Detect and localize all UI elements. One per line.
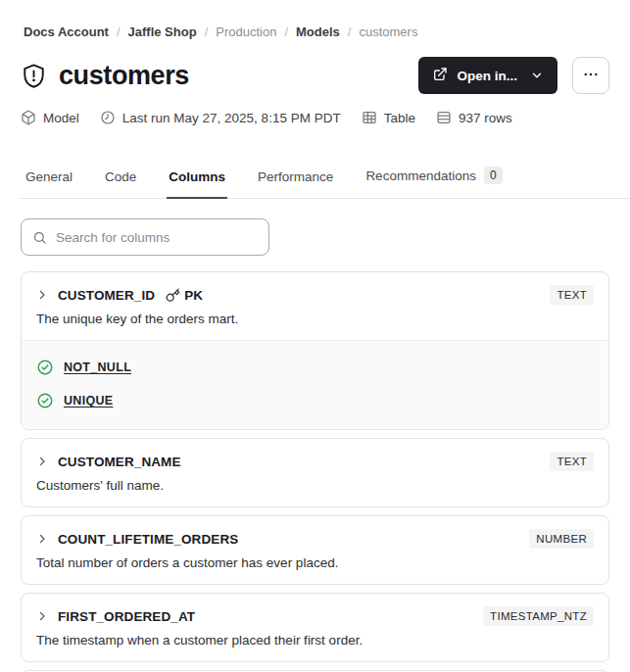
chevron-right-icon[interactable] — [36, 533, 48, 545]
breadcrumb-item-docs-account[interactable]: Docs Account — [24, 24, 109, 39]
column-description: Customers' full name. — [22, 475, 608, 506]
title-row: customers Open in... — [21, 57, 609, 94]
column-type-badge: TEXT — [550, 285, 594, 305]
search-box — [21, 218, 269, 256]
page-title: customers — [59, 61, 189, 91]
chevron-right-icon[interactable] — [36, 456, 48, 467]
external-link-icon — [432, 67, 448, 85]
breadcrumb-separator: / — [205, 24, 209, 39]
shield-exclamation-icon — [21, 63, 47, 89]
test-label[interactable]: UNIQUE — [64, 394, 113, 408]
tab-columns[interactable]: Columns — [167, 169, 227, 199]
column-card-count-lifetime-orders: COUNT_LIFETIME_ORDERS NUMBER Total numbe… — [21, 515, 609, 585]
columns-list: CUSTOMER_ID PK TEXT The unique key of th… — [21, 271, 609, 672]
meta-label: 937 rows — [459, 111, 512, 125]
meta-label: Table — [384, 111, 415, 125]
column-card-header[interactable]: COUNT_LIFETIME_ORDERS NUMBER — [22, 516, 608, 552]
primary-key-label: PK — [184, 288, 203, 303]
tab-label: Recommendations — [365, 168, 476, 183]
more-actions-button[interactable] — [572, 57, 609, 94]
breadcrumb-item-jaffle-shop[interactable]: Jaffle Shop — [128, 24, 197, 39]
column-type-badge: TEXT — [550, 452, 594, 471]
meta-last-run: Last run May 27, 2025, 8:15 PM PDT — [100, 110, 341, 125]
search-icon — [32, 230, 47, 245]
tab-performance[interactable]: Performance — [256, 169, 335, 199]
table-icon — [362, 110, 377, 125]
chevron-down-icon — [530, 69, 544, 82]
column-card-customer-id: CUSTOMER_ID PK TEXT The unique key of th… — [21, 271, 609, 430]
column-type-badge: NUMBER — [529, 529, 594, 549]
open-in-label: Open in... — [457, 69, 517, 83]
breadcrumb-item-production[interactable]: Production — [216, 24, 276, 39]
tab-general[interactable]: General — [24, 169, 74, 199]
column-card-first-ordered-at: FIRST_ORDERED_AT TIMESTAMP_NTZ The times… — [21, 593, 609, 662]
meta-materialization: Table — [362, 110, 415, 125]
meta-label: Last run May 27, 2025, 8:15 PM PDT — [122, 111, 341, 125]
column-description: The unique key of the orders mart. — [22, 309, 608, 340]
breadcrumb: Docs Account / Jaffle Shop / Production … — [21, 0, 609, 39]
test-not-null[interactable]: NOT_NULL — [36, 350, 594, 383]
open-in-button[interactable]: Open in... — [418, 57, 557, 94]
tab-label: Performance — [258, 169, 333, 184]
column-type-badge: TIMESTAMP_NTZ — [483, 606, 594, 626]
test-label[interactable]: NOT_NULL — [64, 360, 131, 374]
column-card-header[interactable]: FIRST_ORDERED_AT TIMESTAMP_NTZ — [22, 594, 608, 630]
cube-icon — [21, 110, 36, 125]
metadata-row: Model Last run May 27, 2025, 8:15 PM PDT — [21, 110, 609, 125]
clock-icon — [100, 110, 116, 125]
tab-code[interactable]: Code — [103, 169, 138, 199]
column-name: COUNT_LIFETIME_ORDERS — [58, 532, 238, 547]
column-tests: NOT_NULL UNIQUE — [22, 340, 608, 429]
chevron-right-icon[interactable] — [36, 289, 48, 301]
recommendations-count-badge: 0 — [484, 167, 503, 184]
breadcrumb-item-models[interactable]: Models — [296, 24, 340, 39]
model-page: Docs Account / Jaffle Shop / Production … — [0, 0, 630, 672]
column-description: The timestamp when a customer placed the… — [22, 630, 608, 661]
meta-label: Model — [43, 111, 79, 125]
key-icon — [166, 288, 180, 303]
ellipsis-icon — [582, 66, 600, 86]
check-circle-icon — [36, 359, 54, 376]
breadcrumb-separator: / — [117, 24, 121, 39]
column-name: CUSTOMER_NAME — [58, 455, 181, 469]
search-input[interactable] — [56, 230, 258, 245]
test-unique[interactable]: UNIQUE — [36, 383, 594, 416]
column-description: Total number of orders a customer has ev… — [22, 552, 608, 584]
chevron-right-icon[interactable] — [36, 610, 48, 622]
tab-bar: General Code Columns Performance Recomme… — [21, 167, 630, 199]
tab-recommendations[interactable]: Recommendations 0 — [363, 167, 504, 199]
breadcrumb-separator: / — [284, 24, 288, 39]
check-circle-icon — [36, 392, 54, 409]
tab-label: Columns — [169, 169, 225, 184]
meta-row-count: 937 rows — [436, 110, 512, 125]
column-card-customer-name: CUSTOMER_NAME TEXT Customers' full name. — [21, 438, 609, 507]
column-card-header[interactable]: CUSTOMER_NAME TEXT — [22, 439, 608, 475]
column-name: CUSTOMER_ID — [58, 288, 155, 303]
tab-label: Code — [105, 169, 136, 184]
breadcrumb-separator: / — [348, 24, 352, 39]
column-name: FIRST_ORDERED_AT — [58, 609, 195, 624]
meta-resource-type: Model — [21, 110, 79, 125]
rows-icon — [436, 110, 452, 125]
tab-label: General — [25, 169, 73, 184]
breadcrumb-item-customers: customers — [359, 24, 417, 39]
column-card-header[interactable]: CUSTOMER_ID PK TEXT — [22, 272, 608, 309]
